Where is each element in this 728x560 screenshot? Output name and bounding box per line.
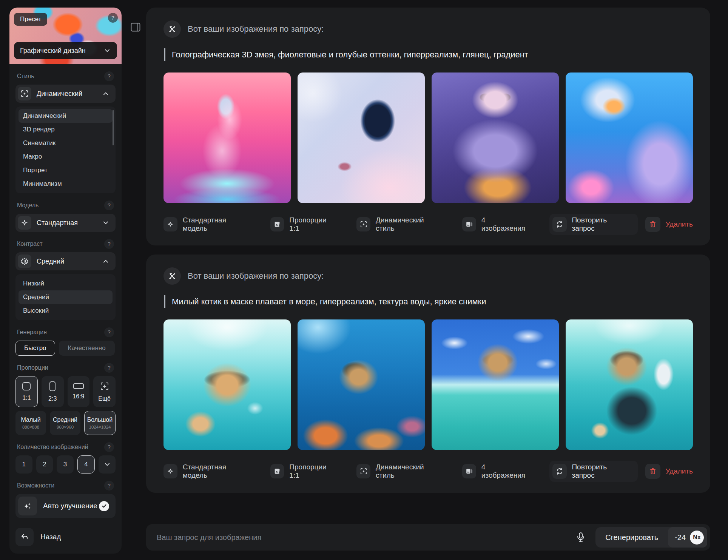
image-frame-icon — [270, 217, 284, 231]
style-option[interactable]: Макро — [19, 150, 113, 164]
generated-image[interactable] — [298, 73, 425, 203]
landscape-ratio-icon — [73, 383, 84, 389]
back-label: Назад — [40, 533, 61, 541]
count-3-button[interactable]: 3 — [57, 455, 74, 474]
custom-ratio-icon — [100, 381, 110, 391]
meta-proportions-chip: Пропорции 1:1 — [270, 463, 337, 480]
contrast-help-button[interactable]: ? — [104, 239, 114, 249]
meta-proportions-chip: Пропорции 1:1 — [270, 216, 337, 233]
generation-cost-badge: -24 Nx — [668, 527, 707, 548]
refresh-icon — [552, 217, 567, 232]
style-option[interactable]: Минимализм — [19, 177, 113, 191]
features-help-button[interactable]: ? — [104, 481, 114, 491]
repeat-request-button[interactable]: Повторить запрос — [549, 214, 638, 235]
chevron-up-icon — [102, 90, 110, 97]
prompt-quote: Милый котик в маске плавает в море, гипе… — [164, 295, 693, 308]
contrast-option[interactable]: Средний — [19, 290, 113, 304]
count-help-button[interactable]: ? — [104, 442, 114, 452]
generation-quality-button[interactable]: Качественно — [59, 341, 115, 356]
count-1-button[interactable]: 1 — [15, 455, 32, 474]
size-small-button[interactable]: Малый 888×888 — [15, 411, 46, 435]
preset-help-button[interactable]: ? — [108, 13, 118, 23]
microphone-icon[interactable] — [576, 532, 586, 543]
chevron-down-icon — [102, 219, 110, 227]
contrast-option[interactable]: Высокий — [19, 304, 113, 318]
generated-image[interactable] — [566, 319, 693, 450]
generated-image[interactable] — [432, 73, 559, 203]
meta-model-chip: Стандартная модель — [163, 216, 251, 233]
style-option[interactable]: Динамический — [19, 109, 113, 123]
model-value: Стандартная — [37, 219, 102, 227]
style-list-scrollbar[interactable] — [113, 110, 114, 145]
contrast-value: Средний — [37, 258, 102, 265]
chevron-up-icon — [102, 258, 110, 265]
generation-section-label: Генерация — [17, 329, 47, 336]
sparkle-icon — [163, 464, 177, 478]
ratio-2-3-button[interactable]: 2:3 — [42, 376, 64, 407]
proportions-help-button[interactable]: ? — [104, 363, 114, 373]
generation-fast-button[interactable]: Быстро — [15, 341, 55, 356]
delete-label: Удалить — [665, 467, 693, 475]
sidebar-collapse-button[interactable] — [130, 22, 141, 32]
sparkle-icon — [18, 216, 31, 230]
contrast-options-list: Низкий Средний Высокий — [15, 274, 116, 320]
generation-help-button[interactable]: ? — [104, 327, 114, 337]
back-button[interactable]: Назад — [15, 528, 116, 546]
size-large-button[interactable]: Большой 1024×1024 — [84, 411, 116, 435]
style-dropdown[interactable]: Динамический — [15, 85, 116, 103]
generated-image[interactable] — [298, 319, 425, 450]
meta-count-chip: 4 изображения — [462, 216, 530, 233]
model-help-button[interactable]: ? — [104, 201, 114, 210]
style-value: Динамический — [37, 90, 102, 98]
meta-count-label: 4 изображения — [481, 463, 530, 480]
contrast-option[interactable]: Низкий — [19, 277, 113, 290]
size-dims: 888×888 — [22, 425, 39, 429]
preset-label: Пресет — [14, 13, 47, 26]
meta-count-label: 4 изображения — [481, 216, 530, 233]
model-dropdown[interactable]: Стандартная — [15, 214, 116, 232]
delete-button[interactable]: Удалить — [645, 464, 693, 479]
delete-button[interactable]: Удалить — [645, 217, 693, 232]
count-4-button[interactable]: 4 — [77, 455, 95, 474]
ratio-16-9-button[interactable]: 16:9 — [68, 376, 90, 407]
meta-model-chip: Стандартная модель — [163, 463, 251, 480]
sparkle-icon — [163, 217, 177, 231]
generated-image[interactable] — [163, 319, 291, 450]
trash-icon — [645, 217, 660, 232]
contrast-icon — [18, 255, 31, 268]
style-option[interactable]: Синематик — [19, 136, 113, 150]
style-option[interactable]: Портрет — [19, 164, 113, 177]
ratio-more-button[interactable]: Ещё — [93, 376, 116, 407]
count-2-button[interactable]: 2 — [36, 455, 53, 474]
preset-dropdown[interactable]: Графический дизайн — [14, 42, 117, 59]
meta-style-label: Динамический стиль — [376, 216, 443, 233]
generated-image[interactable] — [432, 319, 559, 450]
assistant-logo-icon — [163, 20, 181, 38]
prompt-input[interactable] — [157, 524, 572, 551]
meta-style-chip: Динамический стиль — [356, 463, 443, 480]
style-help-button[interactable]: ? — [104, 71, 114, 81]
generated-image[interactable] — [163, 73, 291, 203]
image-frame-icon — [270, 464, 284, 478]
contrast-dropdown[interactable]: Средний — [15, 252, 116, 270]
size-label: Большой — [87, 417, 113, 423]
ratio-1-1-button[interactable]: 1:1 — [15, 376, 38, 407]
auto-enhance-toggle[interactable]: Авто улучшение — [15, 494, 116, 518]
count-expand-button[interactable] — [99, 455, 116, 474]
undo-arrow-icon — [15, 528, 34, 546]
dynamic-style-icon — [18, 87, 31, 100]
style-option[interactable]: 3D рендер — [19, 123, 113, 136]
image-stack-icon — [462, 464, 476, 478]
meta-model-label: Стандартная модель — [183, 216, 251, 233]
size-medium-button[interactable]: Средний 960×960 — [50, 411, 80, 435]
generated-image[interactable] — [566, 73, 693, 203]
meta-style-chip: Динамический стиль — [356, 216, 443, 233]
generate-button[interactable]: Сгенерировать -24 Nx — [595, 527, 707, 548]
style-section-label: Стиль — [17, 73, 34, 80]
size-label: Малый — [21, 417, 40, 423]
proportions-section-label: Пропорции — [17, 364, 48, 371]
preset-value: Графический дизайн — [20, 47, 86, 55]
dynamic-style-icon — [356, 217, 370, 231]
meta-count-chip: 4 изображения — [462, 463, 530, 480]
repeat-request-button[interactable]: Повторить запрос — [549, 461, 638, 482]
